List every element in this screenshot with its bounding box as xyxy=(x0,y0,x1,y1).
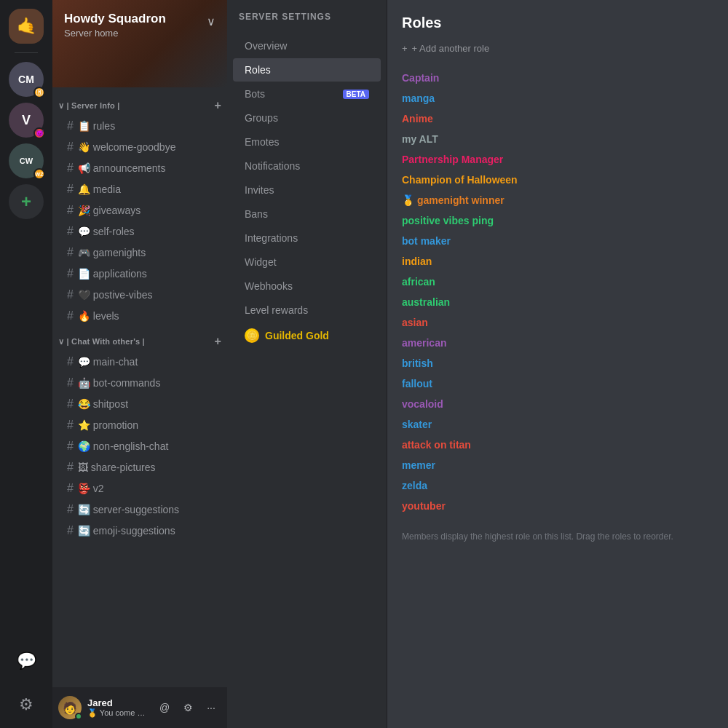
settings-item-emotes[interactable]: Emotes xyxy=(233,130,381,154)
category-header-chat-others[interactable]: ∨ | Chat With other's | + xyxy=(52,329,227,351)
settings-item-overview[interactable]: Overview xyxy=(233,34,381,58)
settings-panel-title: Server settings xyxy=(227,0,387,33)
settings-item-level-rewards[interactable]: Level rewards xyxy=(233,298,381,322)
channel-rules[interactable]: # 📋 rules xyxy=(58,116,221,136)
channel-main-chat[interactable]: # 💬 main-chat xyxy=(58,352,221,372)
user-avatar[interactable]: 🧑 xyxy=(58,696,82,719)
channel-giveaways[interactable]: # 🎉 giveaways xyxy=(58,200,221,221)
dm-icon[interactable]: 💬 xyxy=(9,644,44,678)
category-chat-others: ∨ | Chat With other's | + # 💬 main-chat … xyxy=(52,329,227,541)
add-channel-chat-others[interactable]: + xyxy=(214,335,221,348)
channel-levels[interactable]: # 🔥 levels xyxy=(58,306,221,326)
beta-badge: BETA xyxy=(343,90,369,99)
category-header-server-info[interactable]: ∨ | Server Info | + xyxy=(52,93,227,115)
role-item[interactable]: memer xyxy=(402,456,713,475)
hash-icon: # xyxy=(67,461,74,474)
server-header[interactable]: Howdy Squadron Server home ∨ xyxy=(52,0,227,87)
role-item[interactable]: Captain xyxy=(402,68,713,87)
role-item[interactable]: african xyxy=(402,272,713,291)
role-item[interactable]: fallout xyxy=(402,374,713,393)
channel-sidebar: Howdy Squadron Server home ∨ ∨ | Server … xyxy=(52,0,227,728)
channel-bot-commands[interactable]: # 🤖 bot-commands xyxy=(58,373,221,393)
channel-welcome-goodbye[interactable]: # 👋 welcome-goodbye xyxy=(58,137,221,157)
settings-item-roles[interactable]: Roles xyxy=(233,58,381,82)
channel-server-suggestions[interactable]: # 🔄 server-suggestions xyxy=(58,499,221,520)
server-icon-cm[interactable]: CM 🇲 xyxy=(9,62,44,97)
server-badge-cw: WZ xyxy=(33,168,45,180)
guilded-gold-label: Guilded Gold xyxy=(265,330,329,341)
channel-self-roles[interactable]: # 💬 self-roles xyxy=(58,221,221,242)
settings-item-webhooks[interactable]: Webhooks xyxy=(233,274,381,298)
role-item[interactable]: asian xyxy=(402,313,713,332)
role-item[interactable]: british xyxy=(402,354,713,373)
role-item[interactable]: vocaloid xyxy=(402,395,713,414)
settings-item-bans[interactable]: Bans xyxy=(233,202,381,226)
category-server-info: ∨ | Server Info | + # 📋 rules # 👋 welcom… xyxy=(52,93,227,326)
settings-item-bots[interactable]: Bots BETA xyxy=(233,82,381,106)
settings-item-invites[interactable]: Invites xyxy=(233,178,381,202)
user-info: Jared 🥇 You come again... xyxy=(87,697,149,718)
guilded-gold-item[interactable]: 🪙 Guilded Gold xyxy=(233,323,381,349)
user-settings-button[interactable]: ⚙ xyxy=(178,697,198,718)
server-dropdown-chevron[interactable]: ∨ xyxy=(207,15,215,28)
channel-postive-vibes[interactable]: # 🖤 postive-vibes xyxy=(58,285,221,305)
hash-icon: # xyxy=(67,440,74,453)
roles-panel-title: Roles xyxy=(402,15,713,31)
settings-circle-icon: ⚙ xyxy=(19,695,33,714)
role-item[interactable]: american xyxy=(402,333,713,352)
settings-item-groups[interactable]: Groups xyxy=(233,106,381,130)
role-item[interactable]: Partnership Manager xyxy=(402,150,713,169)
role-item[interactable]: my ALT xyxy=(402,130,713,149)
server-subtitle: Server home xyxy=(64,28,166,39)
active-server-icon[interactable]: 🤙 xyxy=(9,9,44,44)
server-badge-cm: 🇲 xyxy=(33,87,45,98)
channel-emoji-suggestions[interactable]: # 🔄 emoji-suggestions xyxy=(58,521,221,541)
server-icon-cw[interactable]: CW WZ xyxy=(9,143,44,178)
channel-announcements[interactable]: # 📢 announcements xyxy=(58,158,221,178)
channel-media[interactable]: # 🔔 media xyxy=(58,179,221,199)
channel-share-pictures[interactable]: # 🖼 share-pictures xyxy=(58,457,221,478)
channel-gamenights[interactable]: # 🎮 gamenights xyxy=(58,242,221,263)
settings-item-integrations[interactable]: Integrations xyxy=(233,226,381,250)
settings-item-widget[interactable]: Widget xyxy=(233,250,381,274)
add-server-button[interactable]: + xyxy=(9,184,44,219)
role-item[interactable]: manga xyxy=(402,89,713,108)
server-header-info: Howdy Squadron Server home xyxy=(64,12,166,39)
role-item[interactable]: skater xyxy=(402,415,713,434)
role-item[interactable]: youtuber xyxy=(402,496,713,515)
roles-content-panel: Roles + + Add another role CaptainmangaA… xyxy=(387,0,728,728)
hash-icon: # xyxy=(67,503,74,516)
add-channel-server-info[interactable]: + xyxy=(214,99,221,112)
hash-icon: # xyxy=(67,204,74,217)
hash-icon: # xyxy=(67,397,74,411)
role-item[interactable]: bot maker xyxy=(402,232,713,250)
channel-promotion[interactable]: # ⭐ promotion xyxy=(58,415,221,435)
hash-icon: # xyxy=(67,162,74,175)
role-item[interactable]: indian xyxy=(402,252,713,271)
guilded-coin-icon: 🪙 xyxy=(245,328,259,343)
user-display-name: Jared xyxy=(87,697,149,708)
settings-item-notifications[interactable]: Notifications xyxy=(233,154,381,178)
channel-shitpost[interactable]: # 😂 shitpost xyxy=(58,394,221,414)
mention-button[interactable]: @ xyxy=(154,697,175,718)
chat-bubble-icon: 💬 xyxy=(17,652,36,670)
channel-non-english-chat[interactable]: # 🌍 non-english-chat xyxy=(58,436,221,456)
role-item[interactable]: 🥇 gamenight winner xyxy=(402,191,713,210)
hash-icon: # xyxy=(67,246,74,259)
role-item[interactable]: australian xyxy=(402,293,713,312)
channel-applications[interactable]: # 📄 applications xyxy=(58,264,221,284)
role-item[interactable]: attack on titan xyxy=(402,435,713,454)
server-icon-label: CW xyxy=(20,157,33,165)
role-item[interactable]: positive vibes ping xyxy=(402,211,713,230)
channel-v2[interactable]: # 👺 v2 xyxy=(58,478,221,499)
at-icon: @ xyxy=(159,702,170,713)
hash-icon: # xyxy=(67,309,74,323)
server-name: Howdy Squadron xyxy=(64,12,166,26)
role-item[interactable]: zelda xyxy=(402,476,713,495)
more-options-button[interactable]: ··· xyxy=(201,697,221,718)
user-settings-icon-btn[interactable]: ⚙ xyxy=(9,687,44,722)
server-icon-v[interactable]: V 😈 xyxy=(9,103,44,138)
add-role-button[interactable]: + + Add another role xyxy=(402,43,713,54)
role-item[interactable]: Anime xyxy=(402,109,713,128)
role-item[interactable]: Champion of Halloween xyxy=(402,170,713,189)
